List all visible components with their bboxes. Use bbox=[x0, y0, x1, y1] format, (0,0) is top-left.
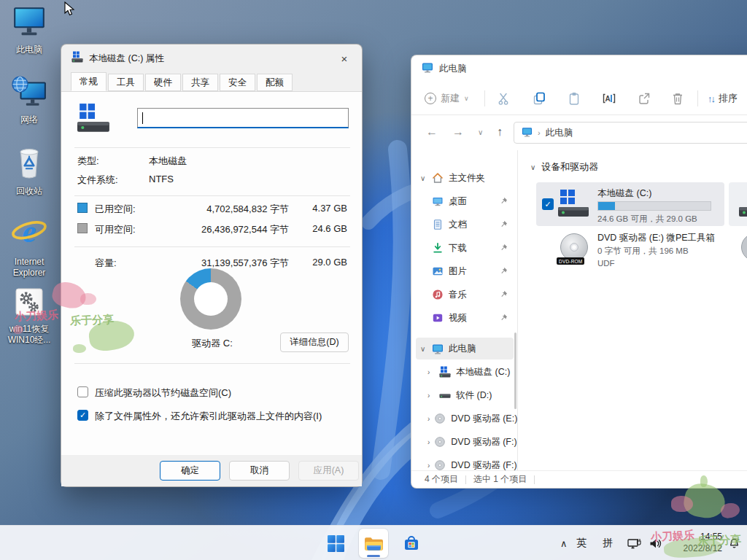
chevron-right-icon[interactable]: › bbox=[427, 368, 435, 376]
sidebar-item-downloads[interactable]: 下载 bbox=[416, 237, 514, 259]
desktop-icon-network[interactable]: 网络 bbox=[1, 76, 57, 125]
taskbar-microsoft-store[interactable] bbox=[397, 529, 426, 558]
internet-explorer-icon: e bbox=[10, 214, 48, 254]
pin-icon[interactable] bbox=[500, 314, 508, 324]
desktop-icon-win11-restore[interactable]: win11恢复WIN10经... bbox=[1, 287, 57, 346]
apply-button[interactable]: 应用(A) bbox=[298, 461, 359, 481]
dialog-tab-general[interactable]: 常规 bbox=[71, 72, 107, 91]
start-button[interactable] bbox=[321, 529, 350, 558]
pin-icon[interactable] bbox=[500, 267, 508, 277]
desktop-icon-internet-explorer[interactable]: e Internet Explorer bbox=[1, 214, 57, 279]
dialog-tab-sharing[interactable]: 共享 bbox=[182, 74, 218, 91]
pin-icon[interactable] bbox=[500, 220, 508, 230]
cut-button[interactable] bbox=[495, 90, 513, 107]
explorer-navbar: ← → ∨ ↑ › 此电脑 bbox=[411, 115, 747, 150]
pin-icon[interactable] bbox=[500, 290, 508, 300]
dvd-small-icon bbox=[434, 436, 446, 448]
explorer-titlebar[interactable]: 此电脑 bbox=[411, 55, 747, 82]
volume-label-input[interactable] bbox=[137, 108, 349, 128]
dvd-f-item-partial[interactable] bbox=[739, 232, 747, 267]
pin-icon[interactable] bbox=[500, 244, 508, 254]
desktop-icon-label: win11恢复WIN10经... bbox=[8, 324, 51, 346]
sidebar-item-drive-d[interactable]: › 软件 (D:) bbox=[416, 384, 514, 406]
chevron-down-icon[interactable]: ∨ bbox=[420, 174, 427, 182]
paste-button[interactable] bbox=[565, 90, 583, 107]
copy-button[interactable] bbox=[530, 90, 548, 107]
filesystem-value: NTFS bbox=[149, 174, 174, 184]
history-chevron-icon[interactable]: ∨ bbox=[478, 128, 483, 136]
back-icon[interactable]: ← bbox=[426, 125, 438, 139]
used-label: 已用空间: bbox=[95, 203, 136, 216]
volume-icon[interactable] bbox=[649, 526, 662, 560]
chevron-right-icon[interactable]: › bbox=[427, 438, 430, 446]
forward-icon[interactable]: → bbox=[452, 125, 464, 139]
address-bar[interactable]: › 此电脑 bbox=[514, 122, 747, 144]
sidebar-item-documents[interactable]: 文档 bbox=[416, 214, 514, 236]
sidebar-item-drive-c[interactable]: › 本地磁盘 (C:) bbox=[416, 361, 514, 383]
sidebar-item-music[interactable]: 音乐 bbox=[416, 284, 514, 306]
desktop-icon-this-pc[interactable]: 此电脑 bbox=[1, 6, 57, 55]
taskbar-clock[interactable]: 14:55 2022/8/12 bbox=[670, 526, 722, 560]
taskbar-file-explorer[interactable] bbox=[359, 529, 388, 558]
rename-button[interactable]: A bbox=[600, 90, 618, 107]
ime-pinyin-indicator[interactable]: 拼 bbox=[603, 526, 613, 560]
svg-text:z: z bbox=[737, 537, 739, 542]
sidebar-item-dvd-g[interactable]: › DVD 驱动器 (F:) bbox=[416, 454, 514, 470]
pin-icon[interactable] bbox=[500, 197, 508, 207]
toolbar-separator bbox=[484, 90, 485, 106]
cancel-button[interactable]: 取消 bbox=[229, 461, 290, 481]
network-icon bbox=[11, 76, 47, 112]
dvd-e-item[interactable]: DVD-ROM DVD 驱动器 (E:) 微PE工具箱 0 字节 可用，共 19… bbox=[536, 229, 724, 276]
delete-button[interactable] bbox=[669, 90, 686, 107]
up-icon[interactable]: ↑ bbox=[497, 125, 503, 139]
sidebar-item-videos[interactable]: 视频 bbox=[416, 307, 514, 329]
ime-english-indicator[interactable]: 英 bbox=[576, 526, 587, 560]
notification-bell-icon[interactable]: z bbox=[728, 526, 740, 560]
close-icon[interactable]: × bbox=[337, 51, 352, 66]
chevron-right-icon[interactable]: › bbox=[427, 462, 430, 470]
chevron-down-icon[interactable]: ∨ bbox=[530, 163, 535, 171]
compress-checkbox[interactable] bbox=[77, 386, 88, 397]
svg-text:e: e bbox=[22, 214, 36, 249]
drive-c-item[interactable]: ✓ 本地磁盘 (C:) 24.6 GB 可用，共 29.0 GB bbox=[536, 182, 724, 226]
selected-count: 选中 1 个项目 bbox=[473, 473, 527, 486]
chevron-down-icon[interactable]: ∨ bbox=[420, 345, 427, 353]
index-checkbox[interactable]: ✓ bbox=[77, 410, 88, 421]
dialog-titlebar[interactable]: 本地磁盘 (C:) 属性 × bbox=[61, 44, 362, 72]
items-count: 4 个项目 bbox=[425, 473, 458, 486]
sidebar-item-desktop[interactable]: 桌面 bbox=[416, 190, 514, 212]
share-button[interactable] bbox=[635, 90, 653, 107]
dialog-tab-quota[interactable]: 配额 bbox=[257, 74, 293, 91]
chevron-right-icon[interactable]: › bbox=[427, 415, 430, 423]
desktop-icon-label: Internet Explorer bbox=[4, 257, 55, 279]
item-checkbox[interactable]: ✓ bbox=[542, 198, 554, 210]
sidebar-item-pictures[interactable]: 图片 bbox=[416, 260, 514, 282]
explorer-content: ∨ 设备和驱动器 ✓ 本地磁盘 (C:) bbox=[519, 150, 747, 470]
recycle-bin-icon bbox=[11, 146, 47, 184]
sidebar-item-dvd-f[interactable]: › DVD 驱动器 (F:) bbox=[416, 431, 514, 453]
desktop-icon-recycle-bin[interactable]: 回收站 bbox=[1, 146, 57, 197]
sort-button[interactable]: ↑↓ 排序 bbox=[708, 82, 738, 115]
network-icon[interactable] bbox=[627, 526, 641, 560]
breadcrumb[interactable]: 此电脑 bbox=[546, 127, 573, 139]
chevron-right-icon[interactable]: › bbox=[427, 392, 435, 400]
sidebar-item-this-pc[interactable]: ∨ 此电脑 bbox=[416, 338, 514, 359]
dialog-tab-hardware[interactable]: 硬件 bbox=[145, 74, 181, 91]
dialog-tab-tools[interactable]: 工具 bbox=[108, 74, 144, 91]
sidebar-item-dvd-e[interactable]: › DVD 驱动器 (E:) bbox=[416, 408, 514, 429]
ok-button[interactable]: 确定 bbox=[160, 461, 220, 481]
free-size: 24.6 GB bbox=[312, 223, 347, 234]
filesystem-label: 文件系统: bbox=[77, 174, 118, 187]
dialog-tab-security[interactable]: 安全 bbox=[220, 74, 255, 91]
drive-d-item-partial[interactable] bbox=[729, 182, 747, 226]
sidebar-scrollbar[interactable] bbox=[514, 332, 516, 409]
section-devices-and-drives[interactable]: ∨ 设备和驱动器 bbox=[530, 160, 598, 174]
drive-c-icon bbox=[558, 188, 590, 223]
drive-usage-fill bbox=[598, 202, 615, 210]
new-button[interactable]: + 新建 ∨ bbox=[425, 82, 469, 115]
drive-usage-bar bbox=[597, 201, 711, 211]
sidebar-item-home[interactable]: ∨ 主文件夹 bbox=[416, 167, 514, 189]
details-button[interactable]: 详细信息(D) bbox=[280, 332, 349, 352]
dialog-general-page: 类型: 本地磁盘 文件系统: NTFS 已用空间: 4,702,584,832 … bbox=[61, 91, 362, 455]
tray-chevron-icon[interactable]: ∧ bbox=[560, 526, 568, 560]
